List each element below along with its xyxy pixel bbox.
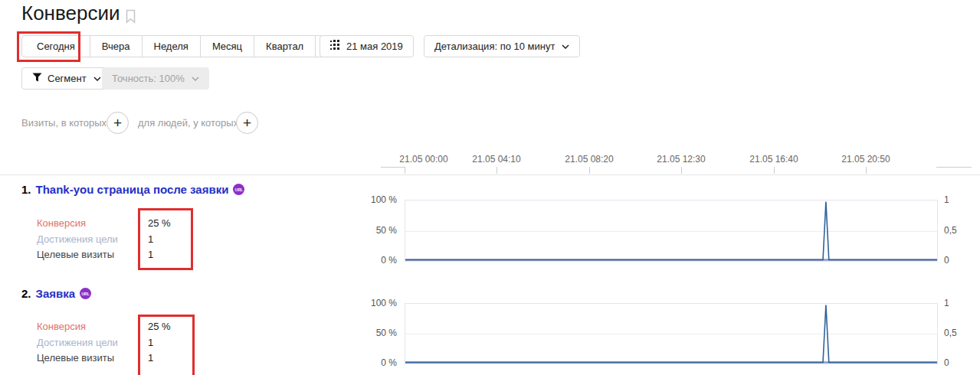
target-visits-value: 1 <box>148 352 153 364</box>
calendar-grid-icon <box>330 36 341 57</box>
target-visits-label: Целевые визиты <box>37 249 114 260</box>
goal-number: 1. <box>21 183 31 196</box>
y-axis-label: 50 % <box>351 328 397 338</box>
chevron-down-icon <box>562 44 569 49</box>
time-axis-label: 21.05 08:20 <box>555 154 624 165</box>
conversion-value: 25 % <box>148 321 171 332</box>
conversion-value: 25 % <box>148 217 171 229</box>
visits-filter-label: Визиты, в которых <box>21 117 107 129</box>
add-visit-condition-button[interactable]: + <box>107 112 129 134</box>
y-axis-right-label: 0,5 <box>944 225 957 236</box>
goal-2-conversion-chart[interactable] <box>405 303 938 364</box>
period-tab-group: Сегодня Вчера Неделя Месяц Квартал Год <box>21 35 356 57</box>
goal-type-badge-icon: URL <box>80 288 91 299</box>
y-axis-label: 100 % <box>351 194 397 205</box>
goal-reaches-label: Достижения цели <box>37 337 118 348</box>
chevron-down-icon <box>93 77 101 81</box>
goal-2-link[interactable]: Заявка <box>36 287 76 300</box>
conversion-line-series <box>405 304 937 364</box>
tab-yesterday[interactable]: Вчера <box>90 35 143 57</box>
detalization-button[interactable]: Детализация: по 10 минут <box>424 35 580 57</box>
goal-number: 2. <box>21 287 31 300</box>
goal-reaches-value: 1 <box>148 337 153 348</box>
goal-1-conversion-chart[interactable] <box>405 200 938 262</box>
section-divider <box>0 174 980 175</box>
y-axis-label: 50 % <box>351 225 397 236</box>
y-axis-right-label: 0 <box>944 357 949 368</box>
date-picker-label: 21 мая 2019 <box>346 36 403 57</box>
axis-line <box>381 167 405 168</box>
y-axis-right-label: 0,5 <box>944 328 957 338</box>
axis-line <box>936 167 972 168</box>
y-axis-right-label: 1 <box>944 194 949 205</box>
y-axis-label: 0 % <box>351 255 397 266</box>
time-axis-label: 21.05 00:00 <box>389 154 458 165</box>
time-axis-label: 21.05 16:40 <box>739 154 808 165</box>
tab-quarter[interactable]: Квартал <box>254 35 316 57</box>
y-axis-label: 100 % <box>351 298 397 308</box>
plus-icon: + <box>243 116 251 130</box>
y-axis-right-label: 1 <box>944 298 949 308</box>
page-title: Конверсии <box>21 2 120 25</box>
funnel-icon <box>32 68 42 89</box>
conversion-label: Конверсия <box>37 321 86 332</box>
tab-month[interactable]: Месяц <box>200 35 254 57</box>
segment-label: Сегмент <box>48 68 87 89</box>
axis-tick <box>405 167 405 174</box>
conversion-label: Конверсия <box>37 217 86 229</box>
axis-tick <box>866 167 867 174</box>
tab-today[interactable]: Сегодня <box>21 35 90 57</box>
plus-icon: + <box>113 116 122 130</box>
axis-tick <box>681 167 682 174</box>
time-axis-label: 21.05 20:50 <box>831 154 900 165</box>
segment-button[interactable]: Сегмент <box>21 67 112 90</box>
chevron-down-icon <box>192 77 199 81</box>
axis-tick <box>589 167 590 174</box>
people-filter-label: для людей, у которых <box>138 117 238 129</box>
target-visits-value: 1 <box>148 249 153 260</box>
goal-reaches-value: 1 <box>148 233 153 245</box>
axis-tick <box>497 167 497 174</box>
goal-type-badge-icon: URL <box>233 184 244 195</box>
accuracy-label: Точность: 100% <box>112 67 185 90</box>
time-axis-label: 21.05 12:30 <box>647 154 716 165</box>
goal-2-heading: 2. Заявка URL <box>21 287 91 300</box>
bookmark-icon[interactable] <box>125 9 136 27</box>
date-picker-button[interactable]: 21 мая 2019 <box>320 35 414 57</box>
conversion-line-series <box>405 201 937 261</box>
add-people-condition-button[interactable]: + <box>236 112 258 134</box>
y-axis-right-label: 0 <box>944 255 949 266</box>
goal-1-heading: 1. Thank-you страница после заявки URL <box>21 183 244 196</box>
axis-tick <box>774 167 775 174</box>
target-visits-label: Целевые визиты <box>37 352 114 364</box>
goal-1-link[interactable]: Thank-you страница после заявки <box>36 183 229 196</box>
detalization-label: Детализация: по 10 минут <box>434 36 555 57</box>
y-axis-label: 0 % <box>351 357 397 368</box>
tab-week[interactable]: Неделя <box>142 35 201 57</box>
time-axis-label: 21.05 04:10 <box>462 154 531 165</box>
accuracy-button[interactable]: Точность: 100% <box>102 67 209 90</box>
goal-reaches-label: Достижения цели <box>37 233 118 245</box>
